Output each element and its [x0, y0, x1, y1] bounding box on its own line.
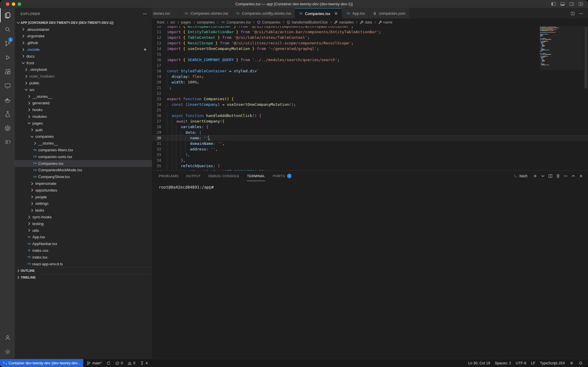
folder-testing[interactable]: testing [15, 220, 152, 227]
minimize-window-button[interactable] [12, 2, 15, 6]
close-window-button[interactable] [6, 2, 9, 6]
terminal[interactable]: root@0a42ecd84891:/app# [152, 181, 588, 359]
close-panel-icon[interactable] [579, 174, 583, 178]
file-index.css[interactable]: #index.css [15, 247, 152, 254]
breadcrumb-Companies.tsx[interactable]: TSCompanies.tsx [220, 20, 251, 24]
panel-tab-problems[interactable]: PROBLEMS [159, 171, 178, 181]
layout-customize-icon[interactable] [578, 1, 583, 6]
code-line-19[interactable]: 19 display: flex; [152, 74, 588, 79]
tab-Companies.sortBy.stories.tsx[interactable]: TSCompanies.sortBy.stories.tsx [232, 8, 295, 19]
activity-source-control[interactable]: 1 [0, 36, 15, 51]
folder-pages[interactable]: pages [15, 120, 152, 127]
code-line-35[interactable]: 35 refetchQueries: [ [152, 163, 588, 169]
panel-tab-debug-console[interactable]: DEBUG CONSOLE [208, 171, 240, 181]
code-line-21[interactable]: 21`; [152, 85, 588, 91]
code-line-30[interactable]: 30 name: '', [152, 135, 588, 141]
file-App.tsx[interactable]: TSApp.tsx [15, 234, 152, 241]
tab-Companies.stories.tsx[interactable]: TSCompanies.stories.tsx [181, 8, 232, 19]
breadcrumb-Companies[interactable]: Companies [257, 20, 280, 24]
folder-generated[interactable]: generated [15, 100, 152, 107]
tab-stories.tsx[interactable]: stories.tsx [152, 8, 181, 19]
breadcrumb-name[interactable]: name [378, 20, 392, 24]
encoding[interactable]: UTF-8 [514, 359, 529, 367]
layout-panel-icon[interactable] [560, 1, 565, 6]
scrollbar-thumb[interactable] [584, 27, 587, 88]
file-AppNavbar.tsx[interactable]: TSAppNavbar.tsx [15, 240, 152, 247]
activity-kubernetes[interactable] [0, 121, 15, 135]
git-branch-status[interactable]: main* [84, 359, 104, 367]
file-Companies.tsx[interactable]: TSCompanies.tsx [15, 160, 152, 167]
tab-companies.json[interactable]: {}companies.json [369, 8, 409, 19]
code-line-12[interactable]: 12import { TableContext } from '@/ui/tab… [152, 35, 588, 40]
activity-search[interactable] [0, 22, 15, 36]
folder-src[interactable]: src [15, 86, 152, 93]
folder-utils[interactable]: utils [15, 227, 152, 234]
terminal-more-actions-icon[interactable] [563, 174, 568, 178]
file-CompaniesMockMode.tsx[interactable]: TSCompaniesMockMode.tsx [15, 167, 152, 174]
folder-node_modules[interactable]: node_modules [15, 73, 152, 80]
new-terminal-icon[interactable] [533, 174, 537, 178]
code-line-25[interactable]: 25 [152, 107, 588, 113]
panel-tab-ports[interactable]: PORTS1 [273, 171, 292, 181]
code-editor[interactable]: 10import { WithTopBarContainer } from '@… [152, 26, 588, 170]
breadcrumb-variables[interactable]: variables [334, 20, 354, 24]
code-line-22[interactable]: 22 [152, 91, 588, 96]
code-line-15[interactable]: 15 [152, 51, 588, 57]
activity-settings-gear[interactable] [0, 345, 15, 359]
file-react-app-env.d.ts[interactable]: TSreact-app-env.d.ts [15, 261, 152, 267]
maximize-panel-icon[interactable] [571, 174, 576, 178]
activity-beaker[interactable] [0, 107, 15, 121]
activity-run-debug[interactable] [0, 51, 15, 65]
explorer-more-actions-icon[interactable] [143, 11, 147, 16]
formatter-status[interactable] [567, 359, 576, 367]
timeline-section[interactable]: TIMELINE [15, 274, 152, 281]
tab-Companies.tsx[interactable]: TSCompanies.tsx [295, 8, 342, 19]
editor-scrollbar[interactable] [584, 26, 588, 170]
sync-changes[interactable] [104, 359, 113, 367]
breadcrumb-handleAddButtonClick[interactable]: handleAddButtonClick [286, 20, 328, 24]
activity-accounts[interactable] [0, 331, 15, 345]
folder-.storybook[interactable]: .storybook [15, 66, 152, 73]
code-line-20[interactable]: 20 width: 100%; [152, 79, 588, 85]
minimap[interactable] [540, 26, 584, 170]
code-line-34[interactable]: 34 }, [152, 157, 588, 163]
code-line-26[interactable]: 26 async function handleAddButtonClick()… [152, 113, 588, 118]
breadcrumb-front[interactable]: front [157, 20, 164, 24]
folder-settings[interactable]: settings [15, 200, 152, 207]
forwarded-ports[interactable]: 4 [138, 359, 150, 367]
layout-sidebar-right-icon[interactable] [569, 1, 574, 6]
panel-tab-output[interactable]: OUTPUT [186, 171, 201, 181]
folder-sync-hooks[interactable]: sync-hooks [15, 214, 152, 220]
breadcrumb-companies[interactable]: companies [197, 20, 215, 24]
code-line-29[interactable]: 29 data: { [152, 130, 588, 135]
indentation[interactable]: Spaces: 2 [492, 359, 514, 367]
code-line-10[interactable]: 10import { WithTopBarContainer } from '@… [152, 26, 588, 29]
code-line-27[interactable]: 27 await insertCompany({ [152, 118, 588, 124]
breadcrumb-data[interactable]: data [360, 20, 372, 24]
code-line-31[interactable]: 31 domainName: '', [152, 141, 588, 146]
kebab-icon[interactable] [579, 11, 583, 16]
folder-impersonate[interactable]: impersonate [15, 180, 152, 187]
activity-docker[interactable] [0, 93, 15, 107]
problems-warnings[interactable]: 0 [125, 359, 138, 367]
minimap-slider[interactable] [540, 26, 584, 70]
code-line-28[interactable]: 28 variables: { [152, 124, 588, 130]
file-companies-filters.tsx[interactable]: TScompanies-filters.tsx [15, 147, 152, 153]
language-mode[interactable]: TypeScript JSX [538, 359, 567, 367]
folder-opportunities[interactable]: opportunities [15, 187, 152, 194]
activity-extensions[interactable] [0, 65, 15, 79]
notifications-bell[interactable] [576, 359, 585, 367]
problems-errors[interactable]: 0 [113, 359, 125, 367]
folder-__stories__[interactable]: __stories__ [15, 140, 152, 147]
folder-front[interactable]: front [15, 60, 152, 66]
split-editor-icon[interactable] [570, 11, 575, 16]
code-line-36[interactable]: 36 getOperationName(GET_COMPANIES) ?? ''… [152, 169, 588, 170]
tab-App.tsx[interactable]: TSApp.tsx [342, 8, 369, 19]
split-terminal-icon[interactable] [548, 174, 553, 178]
activity-remote-explorer[interactable] [0, 79, 15, 93]
code-line-13[interactable]: 13import { RecoilScope } from '@/ui/util… [152, 40, 588, 46]
panel-tab-terminal[interactable]: TERMINAL [247, 171, 265, 181]
file-CompanyShow.tsx[interactable]: TSCompanyShow.tsx [15, 173, 152, 180]
folder-docs[interactable]: docs [15, 53, 152, 60]
layout-sidebar-left-icon[interactable] [551, 1, 556, 6]
